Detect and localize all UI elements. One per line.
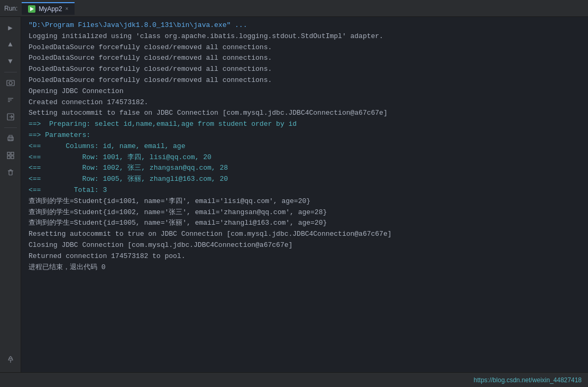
console-line: Closing JDBC Connection [com.mysql.jdbc.… <box>29 240 583 251</box>
pin-icon[interactable] <box>3 352 18 367</box>
svg-rect-13 <box>11 152 14 155</box>
console-line: ==> Preparing: select id,name,email,age … <box>29 119 583 130</box>
console-line: Returned connection 174573182 to pool. <box>29 251 583 262</box>
sort-icon[interactable] <box>3 93 18 107</box>
delete-icon[interactable] <box>3 165 18 180</box>
layout-icon[interactable] <box>3 148 18 163</box>
tab-name: MyApp2 <box>39 5 62 13</box>
scroll-down-icon[interactable]: ▼ <box>3 54 18 69</box>
svg-marker-0 <box>30 7 34 11</box>
console-line: 查询到的学生=Student{id=1001, name='李四', email… <box>29 196 583 207</box>
console-line: <== Row: 1001, 李四, lisi@qq.com, 20 <box>29 152 583 163</box>
login-icon[interactable] <box>3 109 18 124</box>
run-tab[interactable]: MyApp2 × <box>22 2 75 15</box>
play-icon[interactable]: ▶ <box>3 20 18 35</box>
console-line: Setting autocommit to false on JDBC Conn… <box>29 108 583 119</box>
console-line: Logging initialized using 'class org.apa… <box>29 31 583 42</box>
console-line: 进程已结束，退出代码 0 <box>29 262 583 273</box>
console-line: Resetting autocommit to true on JDBC Con… <box>29 229 583 240</box>
svg-point-2 <box>9 81 12 85</box>
screenshot-icon[interactable] <box>3 76 18 90</box>
console-line: Created connection 174573182. <box>29 97 583 108</box>
title-bar: Run: MyApp2 × <box>0 0 588 17</box>
console-output: "D:\Program Files\Java\jdk1.8.0_131\bin\… <box>21 17 588 372</box>
status-bar: https://blog.csdn.net/weixin_44827418 <box>0 372 588 387</box>
left-toolbar: ▶ ▲ ▼ <box>0 17 21 372</box>
svg-rect-14 <box>7 156 10 159</box>
console-line: <== Row: 1005, 张丽, zhangli@163.com, 20 <box>29 174 583 185</box>
tab-app-icon <box>28 5 35 13</box>
run-label: Run: <box>4 5 17 12</box>
console-line: PooledDataSource forcefully closed/remov… <box>29 42 583 53</box>
toolbar-divider-1 <box>4 72 17 72</box>
console-line: 查询到的学生=Student{id=1002, name='张三', email… <box>29 207 583 218</box>
console-line: PooledDataSource forcefully closed/remov… <box>29 53 583 64</box>
console-line: Opening JDBC Connection <box>29 86 583 97</box>
status-right-link[interactable]: https://blog.csdn.net/weixin_44827418 <box>474 376 582 384</box>
toolbar-divider-2 <box>4 127 17 128</box>
console-line: "D:\Program Files\Java\jdk1.8.0_131\bin\… <box>29 20 583 31</box>
scroll-up-icon[interactable]: ▲ <box>3 37 18 52</box>
console-line: ==> Parameters: <box>29 130 583 141</box>
console-line: <== Row: 1002, 张三, zhangsan@qq.com, 28 <box>29 163 583 174</box>
svg-rect-15 <box>11 156 14 159</box>
console-line: PooledDataSource forcefully closed/remov… <box>29 75 583 86</box>
console-line: <== Columns: id, name, email, age <box>29 141 583 152</box>
svg-rect-10 <box>9 139 12 141</box>
main-layout: ▶ ▲ ▼ <box>0 17 588 372</box>
svg-rect-12 <box>7 152 10 155</box>
svg-point-11 <box>12 137 13 139</box>
console-line: <== Total: 3 <box>29 185 583 196</box>
console-line: 查询到的学生=Student{id=1005, name='张丽', email… <box>29 218 583 229</box>
tab-close-button[interactable]: × <box>65 6 68 12</box>
print-icon[interactable] <box>3 131 18 146</box>
svg-rect-16 <box>9 171 12 175</box>
console-line: PooledDataSource forcefully closed/remov… <box>29 64 583 75</box>
